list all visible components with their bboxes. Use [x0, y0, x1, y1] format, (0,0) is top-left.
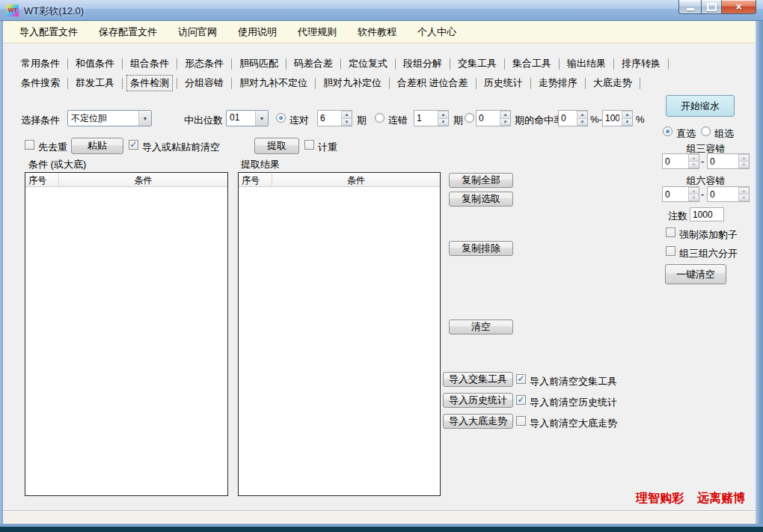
- paste-button[interactable]: 粘贴: [71, 138, 123, 154]
- copy-selected-button[interactable]: 复制选取: [449, 192, 513, 207]
- spin-up-icon[interactable]: ▲: [341, 111, 352, 118]
- tab-item[interactable]: 历史统计: [477, 75, 530, 91]
- close-button[interactable]: ×: [722, 0, 756, 14]
- tab-item[interactable]: 群发工具: [68, 75, 122, 91]
- tab-item[interactable]: 段组分解: [396, 55, 450, 72]
- chevron-down-icon[interactable]: ▼: [255, 111, 268, 126]
- spin-up-icon[interactable]: ▲: [577, 111, 587, 118]
- tab-item[interactable]: 合差积 进位合差: [390, 75, 476, 91]
- tab-item[interactable]: 组合条件: [123, 55, 177, 72]
- spin-down-icon[interactable]: ▼: [341, 118, 352, 126]
- menu-item-import-config[interactable]: 导入配置文件: [19, 25, 78, 39]
- menu-item-instructions[interactable]: 使用说明: [238, 25, 277, 39]
- zu6-from-input[interactable]: [663, 187, 688, 201]
- spin-down-icon[interactable]: ▼: [738, 161, 749, 168]
- menu-item-agent-rules[interactable]: 代理规则: [298, 25, 337, 39]
- spin-down-icon[interactable]: ▼: [438, 118, 448, 126]
- dedupe-checkbox[interactable]: ✓: [25, 140, 34, 150]
- tab-item[interactable]: 排序转换: [614, 55, 668, 72]
- results-list-body[interactable]: [239, 187, 440, 495]
- minimize-button[interactable]: [678, 0, 701, 14]
- hitrate-min-input[interactable]: [559, 111, 577, 126]
- tab-item[interactable]: 码差合差: [286, 55, 340, 72]
- clear-intersection-checkbox[interactable]: ✓: [516, 374, 526, 384]
- spin-down-icon[interactable]: ▼: [688, 161, 699, 168]
- tab-item[interactable]: 和值条件: [68, 55, 122, 72]
- footer-divider: [3, 510, 756, 511]
- count-weight-label: 计重: [318, 141, 337, 154]
- spin-down-icon[interactable]: ▼: [577, 118, 587, 126]
- tab-item[interactable]: 胆对九补不定位: [232, 75, 315, 91]
- hitrate-max-input[interactable]: [603, 111, 622, 126]
- column-header-condition[interactable]: 条件: [272, 173, 440, 186]
- liancuo-input[interactable]: [414, 111, 438, 126]
- spin-up-icon[interactable]: ▲: [688, 154, 699, 161]
- extract-button[interactable]: 提取: [254, 138, 299, 154]
- direct-radio[interactable]: [663, 126, 672, 136]
- spin-up-icon[interactable]: ▲: [738, 154, 749, 161]
- copy-excluded-button[interactable]: 复制排除: [449, 241, 513, 256]
- results-list[interactable]: 序号 条件: [238, 172, 441, 496]
- clear-trend-checkbox[interactable]: ✓: [516, 416, 526, 426]
- clear-all-button[interactable]: 一键清空: [665, 264, 726, 284]
- tab-item[interactable]: 走势排序: [531, 75, 585, 91]
- spin-up-icon[interactable]: ▲: [500, 111, 510, 118]
- clear-button[interactable]: 清空: [449, 319, 513, 334]
- column-header-condition[interactable]: 条件: [59, 173, 227, 186]
- spin-down-icon[interactable]: ▼: [500, 118, 510, 126]
- spin-up-icon[interactable]: ▲: [622, 111, 632, 118]
- zu3-to-input[interactable]: [708, 154, 738, 168]
- spin-up-icon[interactable]: ▲: [688, 187, 699, 194]
- hitrate-radio[interactable]: [465, 113, 474, 123]
- spin-down-icon[interactable]: ▼: [738, 194, 749, 201]
- tab-item[interactable]: 大底走势: [586, 75, 640, 91]
- zu3-from-input[interactable]: [663, 154, 688, 168]
- spin-up-icon[interactable]: ▲: [438, 111, 448, 118]
- tab-item[interactable]: 交集工具: [450, 55, 504, 72]
- tab-condition-check[interactable]: 条件检测: [126, 75, 173, 91]
- spin-down-icon[interactable]: ▼: [688, 194, 699, 201]
- spin-down-icon[interactable]: ▼: [622, 118, 632, 126]
- count-weight-checkbox[interactable]: ✓: [304, 140, 314, 150]
- tab-item[interactable]: 集合工具: [505, 55, 559, 72]
- zu6-to-input[interactable]: [708, 187, 738, 201]
- tab-item[interactable]: 胆码匹配: [232, 55, 286, 72]
- group-radio[interactable]: [701, 126, 711, 136]
- hitrate-periods-input[interactable]: [477, 111, 500, 126]
- tab-item[interactable]: 条件搜索: [13, 75, 67, 91]
- conditions-list[interactable]: 序号 条件: [25, 172, 228, 496]
- clear-before-paste-checkbox[interactable]: ✓: [129, 140, 138, 150]
- maximize-button[interactable]: [701, 0, 722, 14]
- hit-digits-select[interactable]: 01 ▼: [226, 110, 269, 126]
- check-icon: ✓: [517, 373, 524, 384]
- clear-history-checkbox[interactable]: ✓: [516, 395, 526, 405]
- condition-select[interactable]: 不定位胆 ▼: [67, 110, 152, 126]
- import-intersection-button[interactable]: 导入交集工具: [443, 372, 513, 387]
- split-zu3-zu6-checkbox[interactable]: ✓: [666, 246, 675, 256]
- conditions-list-body[interactable]: [25, 187, 227, 495]
- import-trend-button[interactable]: 导入大底走势: [443, 414, 513, 429]
- tab-item[interactable]: 常用条件: [13, 55, 67, 72]
- tab-row-1: 常用条件 和值条件 组合条件 形态条件 胆码匹配 码差合差 定位复式 段组分解 …: [13, 55, 669, 72]
- liandui-radio[interactable]: [276, 113, 286, 123]
- liancuo-radio[interactable]: [375, 113, 384, 123]
- spin-up-icon[interactable]: ▲: [738, 187, 749, 194]
- stake-count-input[interactable]: [690, 208, 723, 221]
- menu-item-save-config[interactable]: 保存配置文件: [99, 25, 157, 39]
- liandui-input[interactable]: [318, 111, 341, 126]
- tab-item[interactable]: 输出结果: [560, 55, 613, 72]
- column-header-index[interactable]: 序号: [239, 173, 272, 186]
- tab-item[interactable]: 胆对九补定位: [316, 75, 389, 91]
- column-header-index[interactable]: 序号: [25, 173, 59, 186]
- start-shrink-button[interactable]: 开始缩水: [666, 95, 735, 117]
- import-history-button[interactable]: 导入历史统计: [443, 393, 513, 408]
- menu-item-tutorial[interactable]: 软件教程: [358, 25, 396, 39]
- force-leopard-checkbox[interactable]: ✓: [666, 227, 675, 237]
- tab-item[interactable]: 形态条件: [177, 55, 231, 72]
- tab-item[interactable]: 分组容错: [177, 75, 231, 91]
- chevron-down-icon[interactable]: ▼: [138, 111, 151, 126]
- menu-item-official-site[interactable]: 访问官网: [178, 25, 217, 39]
- copy-all-button[interactable]: 复制全部: [449, 173, 513, 188]
- menu-item-personal-center[interactable]: 个人中心: [417, 25, 456, 39]
- tab-item[interactable]: 定位复式: [341, 55, 395, 72]
